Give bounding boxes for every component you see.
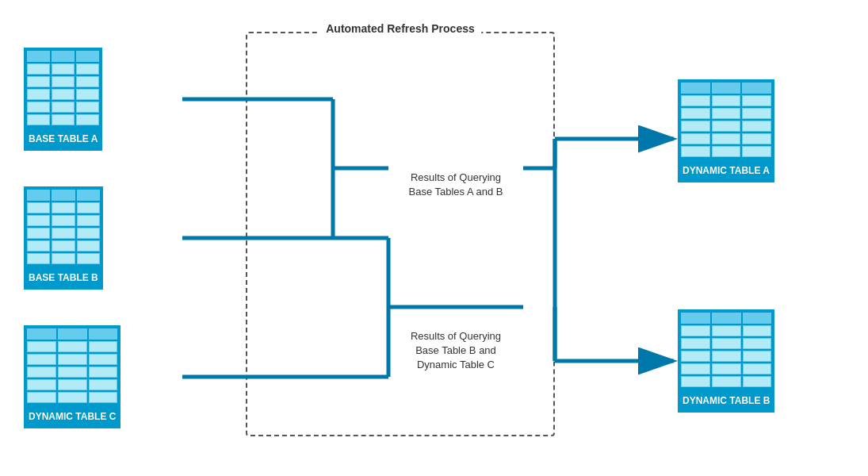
dynamic-table-c: DYNAMIC TABLE C [24, 325, 120, 428]
base-table-b: BASE TABLE B [24, 186, 103, 290]
automated-refresh-title: Automated Refresh Process [319, 22, 481, 35]
base-table-b-label: BASE TABLE B [24, 267, 103, 290]
base-table-a: BASE TABLE A [24, 48, 102, 151]
dynamic-table-a: DYNAMIC TABLE A [678, 79, 774, 182]
dynamic-table-c-label: DYNAMIC TABLE C [24, 406, 120, 428]
dynamic-table-b-label: DYNAMIC TABLE B [678, 390, 774, 413]
dynamic-table-b-grid [678, 309, 774, 390]
dynamic-table-c-grid [24, 325, 120, 406]
result-label-a: Results of QueryingBase Tables A and B [396, 171, 515, 199]
base-table-a-label: BASE TABLE A [24, 129, 102, 151]
diagram-container: Automated Refresh Process BASE TABLE A [0, 0, 868, 476]
dynamic-table-a-label: DYNAMIC TABLE A [678, 160, 774, 182]
base-table-a-grid [24, 48, 102, 129]
dynamic-table-a-grid [678, 79, 774, 160]
result-label-b: Results of QueryingBase Table B andDynam… [396, 329, 515, 373]
base-table-b-grid [24, 186, 103, 267]
automated-refresh-box: Automated Refresh Process [246, 32, 555, 436]
dynamic-table-b: DYNAMIC TABLE B [678, 309, 774, 413]
